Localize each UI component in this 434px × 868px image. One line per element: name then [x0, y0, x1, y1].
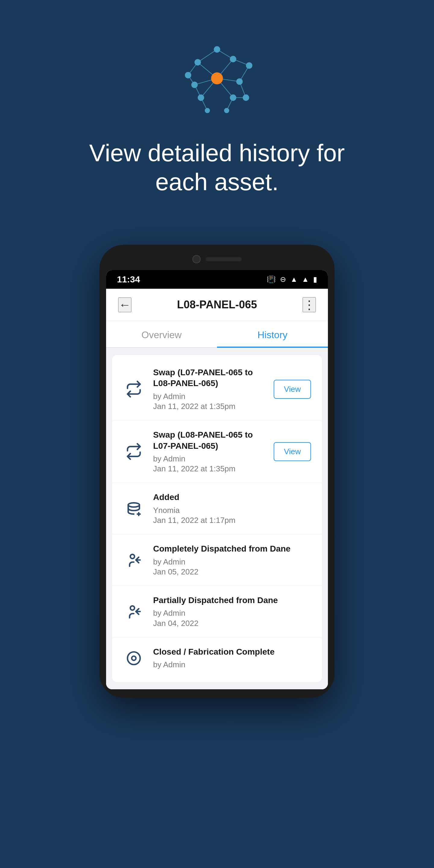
tab-overview[interactable]: Overview [106, 321, 217, 347]
item-title: Swap (L08-PANEL-065 to L07-PANEL-065) [153, 430, 265, 452]
tabs-bar: Overview History [106, 321, 328, 348]
wifi-icon: ▲ [290, 275, 298, 284]
swap-icon [123, 378, 145, 400]
vibrate-icon: 📳 [267, 275, 276, 284]
view-button-2[interactable]: View [274, 442, 311, 461]
app-title: L08-PANEL-065 [177, 299, 257, 311]
item-subtitle: by Admin [153, 608, 311, 618]
svg-point-37 [127, 652, 140, 664]
item-content: Partially Dispatched from Dane by Admin … [153, 595, 311, 628]
history-item: Completely Dispatched from Dane by Admin… [112, 534, 322, 586]
item-title: Partially Dispatched from Dane [153, 595, 311, 606]
item-content: Swap (L07-PANEL-065 to L08-PANEL-065) by… [153, 367, 265, 411]
history-item: Closed / Fabrication Complete by Admin [112, 638, 322, 679]
back-button[interactable]: ← [118, 298, 131, 312]
phone-screen: 11:34 📳 ⊖ ▲ ▲ ▮ ← L08-PANEL-065 ⋮ Overvi… [106, 270, 328, 689]
more-menu-button[interactable]: ⋮ [303, 297, 316, 312]
item-content: Added Ynomia Jan 11, 2022 at 1:17pm [153, 492, 311, 525]
item-content: Swap (L08-PANEL-065 to L07-PANEL-065) by… [153, 430, 265, 473]
svg-point-19 [230, 56, 236, 62]
item-title: Swap (L07-PANEL-065 to L08-PANEL-065) [153, 367, 265, 389]
view-button-1[interactable]: View [274, 380, 311, 399]
item-title: Added [153, 492, 311, 503]
svg-point-28 [205, 108, 210, 113]
hero-section: View detailed history for each asset. [0, 0, 434, 245]
battery-icon: ▮ [313, 275, 317, 284]
history-card: Swap (L07-PANEL-065 to L08-PANEL-065) by… [112, 355, 322, 682]
svg-point-29 [224, 108, 229, 113]
item-date: Jan 05, 2022 [153, 567, 311, 577]
item-content: Completely Dispatched from Dane by Admin… [153, 544, 311, 577]
dnd-icon: ⊖ [280, 275, 286, 284]
phone-mockup: 11:34 📳 ⊖ ▲ ▲ ▮ ← L08-PANEL-065 ⋮ Overvi… [99, 245, 335, 698]
item-subtitle: by Admin [153, 391, 265, 402]
item-subtitle: Ynomia [153, 505, 311, 516]
hero-title: View detailed history for each asset. [82, 138, 352, 196]
signal-icon: ▲ [302, 275, 309, 284]
svg-point-22 [198, 94, 204, 101]
partial-dispatch-icon [123, 601, 145, 622]
svg-point-26 [246, 62, 252, 69]
item-date: Jan 11, 2022 at 1:35pm [153, 402, 265, 411]
svg-point-27 [243, 94, 249, 101]
closed-icon [123, 647, 145, 669]
history-item: Added Ynomia Jan 11, 2022 at 1:17pm [112, 483, 322, 534]
svg-point-18 [194, 59, 201, 65]
svg-point-38 [132, 656, 136, 660]
svg-point-17 [211, 73, 223, 84]
status-bar: 11:34 📳 ⊖ ▲ ▲ ▮ [106, 270, 328, 289]
status-time: 11:34 [117, 274, 140, 284]
svg-point-21 [230, 94, 236, 101]
svg-line-6 [198, 50, 217, 62]
item-date: Jan 11, 2022 at 1:17pm [153, 516, 311, 525]
app-header: ← L08-PANEL-065 ⋮ [106, 289, 328, 321]
svg-point-30 [128, 503, 139, 507]
network-icon [169, 36, 265, 121]
tab-history[interactable]: History [217, 321, 328, 347]
phone-top-bar [106, 253, 328, 265]
svg-point-33 [130, 554, 134, 558]
svg-point-25 [185, 72, 191, 79]
phone-camera [192, 255, 201, 264]
item-content: Closed / Fabrication Complete by Admin [153, 647, 311, 670]
item-subtitle: by Admin [153, 556, 311, 567]
item-subtitle: by Admin [153, 659, 311, 670]
svg-point-20 [236, 79, 243, 85]
status-icons: 📳 ⊖ ▲ ▲ ▮ [267, 275, 317, 284]
item-subtitle: by Admin [153, 453, 265, 464]
item-date: Jan 04, 2022 [153, 619, 311, 628]
item-date: Jan 11, 2022 at 1:35pm [153, 464, 265, 473]
swap-icon [123, 441, 145, 462]
history-item: Partially Dispatched from Dane by Admin … [112, 586, 322, 638]
added-icon [123, 498, 145, 519]
svg-point-23 [191, 82, 198, 88]
history-list: Swap (L07-PANEL-065 to L08-PANEL-065) by… [106, 348, 328, 689]
phone-speaker [206, 257, 242, 261]
item-title: Closed / Fabrication Complete [153, 647, 311, 657]
phone-outer: 11:34 📳 ⊖ ▲ ▲ ▮ ← L08-PANEL-065 ⋮ Overvi… [99, 245, 335, 698]
item-title: Completely Dispatched from Dane [153, 544, 311, 554]
svg-point-24 [214, 46, 220, 53]
history-item: Swap (L08-PANEL-065 to L07-PANEL-065) by… [112, 421, 322, 483]
history-item: Swap (L07-PANEL-065 to L08-PANEL-065) by… [112, 358, 322, 421]
dispatched-icon [123, 549, 145, 571]
svg-point-35 [130, 606, 134, 610]
